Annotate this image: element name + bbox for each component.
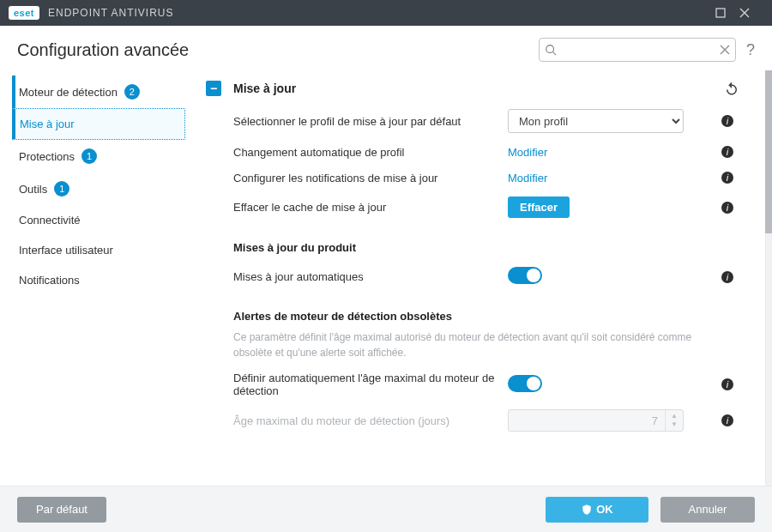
main-panel: − Mise à jour Sélectionner le profil de … xyxy=(197,70,772,499)
row-clear-cache: Effacer le cache de mise à jour Effacer … xyxy=(206,190,739,224)
subheading-product-updates: Mises à jour du produit xyxy=(206,224,739,261)
sidebar-item-label: Mise à jour xyxy=(20,118,75,130)
info-icon[interactable]: i xyxy=(721,145,739,159)
info-icon[interactable]: i xyxy=(721,270,739,284)
row-auto-switch: Changement automatique de profil Modifie… xyxy=(206,139,739,165)
sidebar-item-label: Connectivité xyxy=(19,214,81,227)
row-auto-updates: Mises à jour automatiques i xyxy=(206,261,739,293)
shield-icon xyxy=(581,504,593,516)
sidebar-item-update[interactable]: Mise à jour xyxy=(12,108,185,140)
page-title: Configuration avancée xyxy=(17,40,189,60)
subheader: Configuration avancée ? xyxy=(0,26,772,70)
spinner-up-icon[interactable]: ▲ xyxy=(666,412,683,420)
sidebar-item-label: Notifications xyxy=(19,274,80,287)
row-label: Mises à jour automatiques xyxy=(233,270,508,283)
default-button[interactable]: Par défaut xyxy=(17,497,106,523)
cancel-button[interactable]: Annuler xyxy=(660,497,755,523)
spinner-down-icon[interactable]: ▼ xyxy=(666,420,683,429)
sidebar-badge: 1 xyxy=(54,181,69,196)
section-header-update: − Mise à jour xyxy=(206,74,739,103)
row-auto-max-age: Définir automatiquement l'âge maximal du… xyxy=(206,366,739,403)
info-icon[interactable]: i xyxy=(721,414,739,427)
modify-link[interactable]: Modifier xyxy=(508,172,547,184)
row-label: Âge maximal du moteur de détection (jour… xyxy=(233,414,508,427)
revert-icon[interactable] xyxy=(724,81,739,96)
svg-point-1 xyxy=(546,45,554,53)
search-icon xyxy=(545,44,557,56)
brand-logo: eset xyxy=(9,6,39,20)
footer: Par défaut OK Annuler xyxy=(0,486,772,532)
search-box xyxy=(539,38,736,62)
row-max-age-days: Âge maximal du moteur de détection (jour… xyxy=(206,403,739,438)
window-maximize-icon[interactable] xyxy=(715,8,739,18)
sidebar-badge: 2 xyxy=(124,84,140,100)
svg-rect-0 xyxy=(716,9,725,17)
scrollbar-track[interactable] xyxy=(765,70,772,499)
sidebar-item-ui[interactable]: Interface utilisateur xyxy=(12,235,185,265)
info-icon[interactable]: i xyxy=(721,171,739,184)
row-configure-notifications: Configurer les notifications de mise à j… xyxy=(206,165,739,190)
sidebar-item-label: Interface utilisateur xyxy=(19,244,113,257)
app-name: ENDPOINT ANTIVIRUS xyxy=(48,7,173,19)
auto-max-age-toggle[interactable] xyxy=(508,375,542,392)
row-label: Définir automatiquement l'âge maximal du… xyxy=(233,372,508,397)
help-icon[interactable]: ? xyxy=(746,41,755,59)
row-label: Effacer le cache de mise à jour xyxy=(233,201,508,214)
info-icon[interactable]: i xyxy=(721,378,739,391)
ok-button[interactable]: OK xyxy=(546,497,648,523)
row-label: Changement automatique de profil xyxy=(233,146,508,159)
obsolete-description: Ce paramètre définit l'âge maximal autor… xyxy=(206,329,739,366)
max-age-value: 7 xyxy=(509,410,666,431)
sidebar-item-label: Outils xyxy=(19,183,47,196)
row-default-profile: Sélectionner le profil de mise à jour pa… xyxy=(206,103,739,139)
ok-label: OK xyxy=(596,503,613,516)
info-icon[interactable]: i xyxy=(721,114,739,128)
clear-cache-button[interactable]: Effacer xyxy=(508,196,570,218)
row-label: Sélectionner le profil de mise à jour pa… xyxy=(233,115,508,128)
collapse-icon[interactable]: − xyxy=(206,81,221,96)
window-close-icon[interactable] xyxy=(739,8,763,18)
row-label: Configurer les notifications de mise à j… xyxy=(233,172,508,184)
modify-link[interactable]: Modifier xyxy=(508,146,547,159)
titlebar: eset ENDPOINT ANTIVIRUS xyxy=(0,0,772,26)
scrollbar-thumb[interactable] xyxy=(765,70,772,233)
subheading-obsolete-alerts: Alertes de moteur de détection obsolètes xyxy=(206,293,739,329)
section-title: Mise à jour xyxy=(233,82,296,95)
profile-select[interactable]: Mon profil xyxy=(508,109,684,133)
sidebar-item-protections[interactable]: Protections 1 xyxy=(12,140,185,172)
max-age-spinner: 7 ▲ ▼ xyxy=(508,409,684,432)
sidebar: Moteur de détection 2 Mise à jour Protec… xyxy=(0,70,197,499)
auto-updates-toggle[interactable] xyxy=(508,267,542,284)
info-icon[interactable]: i xyxy=(721,201,739,215)
sidebar-item-notifications[interactable]: Notifications xyxy=(12,265,185,295)
sidebar-item-tools[interactable]: Outils 1 xyxy=(12,172,185,205)
sidebar-item-connectivity[interactable]: Connectivité xyxy=(12,205,185,235)
search-clear-icon[interactable] xyxy=(720,45,730,55)
sidebar-item-label: Moteur de détection xyxy=(19,86,118,99)
sidebar-item-label: Protections xyxy=(19,150,75,163)
search-input[interactable] xyxy=(539,38,736,62)
sidebar-item-detection-engine[interactable]: Moteur de détection 2 xyxy=(12,76,185,108)
sidebar-badge: 1 xyxy=(81,148,97,164)
